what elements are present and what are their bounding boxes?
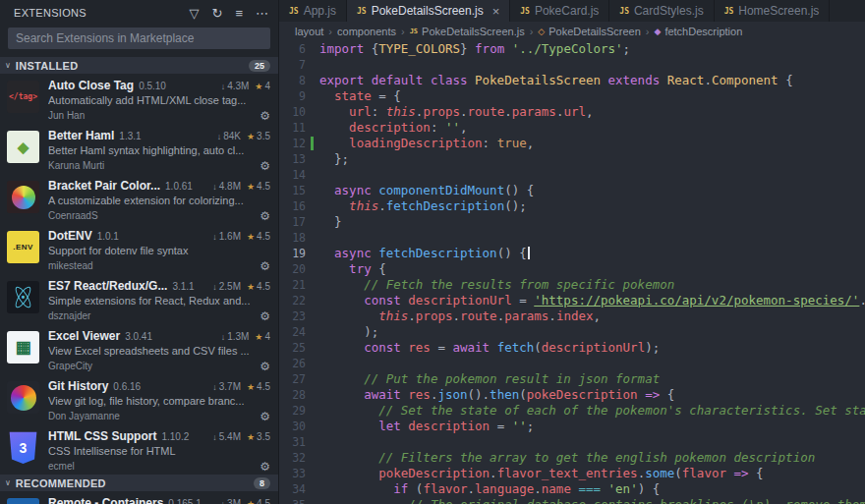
section-header-installed[interactable]: ∨INSTALLED25	[0, 57, 278, 74]
extension-item[interactable]: .ENVDotENV1.0.1↓1.6M★4.5Support for dote…	[0, 224, 278, 274]
extension-version: 0.5.10	[139, 80, 166, 92]
extension-name: DotENV	[48, 229, 92, 243]
gear-icon[interactable]: ⚙	[260, 461, 270, 473]
gear-icon[interactable]: ⚙	[260, 160, 270, 172]
code-text: }	[319, 214, 342, 230]
chevron-down-icon: ∨	[5, 478, 11, 487]
js-file-icon: JS	[619, 7, 629, 16]
breadcrumb-item[interactable]: ◇PokeDetailsScreen	[538, 26, 640, 37]
tab-cardstyles-js[interactable]: JSCardStyles.js	[609, 0, 714, 22]
line-number: 18	[279, 230, 306, 246]
download-count: 1.6M	[219, 230, 241, 243]
git-gutter	[311, 482, 314, 496]
code-line: 24 );	[279, 324, 865, 340]
tab-app-js[interactable]: JSApp.js	[279, 0, 347, 22]
class-symbol-icon: ◇	[538, 27, 545, 36]
panel-title: EXTENSIONS	[14, 7, 86, 19]
rating-value: 4	[264, 330, 270, 343]
clear-search-icon[interactable]: ≡	[235, 7, 243, 20]
code-text: export default class PokeDetailsScreen e…	[319, 73, 793, 88]
code-line: 7	[279, 57, 865, 73]
line-number: 30	[279, 419, 306, 434]
git-gutter	[311, 199, 314, 213]
extension-item[interactable]: ◆Better Haml1.3.1↓84K★3.5Better Haml syn…	[0, 124, 278, 174]
code-text: this.fetchDescription();	[319, 198, 527, 214]
tab-pokedetailsscreen-js[interactable]: JSPokeDetailsScreen.js×	[347, 0, 510, 22]
extension-author: dsznajder	[48, 309, 90, 322]
line-number: 11	[279, 120, 306, 136]
breadcrumb-item[interactable]: JSPokeDetailsScreen.js	[410, 26, 525, 37]
gear-icon[interactable]: ⚙	[260, 260, 270, 272]
breadcrumb-item[interactable]: layout	[295, 26, 323, 37]
line-number: 34	[279, 481, 306, 497]
extension-icon	[7, 181, 39, 213]
extension-version: 0.6.16	[113, 380, 141, 393]
code-area[interactable]: 6import {TYPE_COLORS} from '../TypeColor…	[279, 41, 865, 504]
code-line: 31	[279, 434, 865, 450]
gear-icon[interactable]: ⚙	[260, 361, 270, 372]
extension-item[interactable]: Git History0.6.16↓3.7M★4.5View git log, …	[0, 374, 278, 424]
close-icon[interactable]: ×	[492, 4, 500, 19]
download-count-icon: ↓	[212, 280, 217, 293]
git-gutter	[311, 121, 314, 135]
section-header-recommended[interactable]: ∨RECOMMENDED8	[0, 475, 278, 491]
star-rating-icon: ★	[247, 230, 255, 243]
gear-icon[interactable]: ⚙	[260, 210, 270, 222]
gear-icon[interactable]: ⚙	[260, 110, 270, 122]
code-line: 6import {TYPE_COLORS} from '../TypeColor…	[279, 41, 865, 57]
code-line: 16 this.fetchDescription();	[279, 198, 865, 214]
section-label: RECOMMENDED	[16, 477, 106, 489]
extension-item[interactable]: •ES7 React/Redux/G...3.1.1↓2.5M★4.5Simpl…	[0, 274, 278, 324]
gear-icon[interactable]: ⚙	[260, 411, 270, 422]
extension-item[interactable]: ▦Excel Viewer3.0.41↓1.3M★4View Excel spr…	[0, 324, 278, 374]
download-count: 5.4M	[219, 430, 241, 443]
refresh-icon[interactable]: ↻	[212, 7, 223, 20]
text-cursor	[528, 247, 530, 259]
breadcrumb-item[interactable]: ◆fetchDescription	[654, 26, 742, 37]
download-count-icon: ↓	[212, 180, 217, 193]
code-text: // Put the pokemon result in json format	[319, 371, 660, 387]
tab-homescreen-js[interactable]: JSHomeScreen.js	[715, 0, 831, 22]
extension-item[interactable]: </tag>Auto Close Tag0.5.10↓4.3M★4Automat…	[0, 74, 278, 124]
line-number: 22	[279, 293, 306, 308]
git-gutter	[311, 498, 314, 504]
code-line: 27 // Put the pokemon result in json for…	[279, 371, 865, 387]
extension-description: View Excel spreadsheets and CSV files ..…	[48, 345, 270, 358]
extension-icon: ▦	[7, 331, 39, 364]
code-line: 33 pokeDescription.flavor_text_entries.s…	[279, 466, 865, 481]
extension-description: Better Haml syntax highlighting, auto cl…	[48, 144, 270, 157]
code-text: state = {	[319, 88, 401, 104]
js-file-icon: JS	[520, 7, 530, 16]
star-rating-icon: ★	[247, 130, 255, 142]
filter-icon[interactable]: ▽	[190, 7, 200, 20]
extension-item[interactable]: Bracket Pair Color...1.0.61↓4.8M★4.5A cu…	[0, 174, 278, 224]
gear-icon[interactable]: ⚙	[260, 310, 270, 322]
git-gutter	[311, 262, 314, 276]
extension-item[interactable]: 3HTML CSS Support1.10.2↓5.4M★3.5CSS Inte…	[0, 424, 278, 475]
git-gutter	[311, 184, 314, 197]
code-line: 9 state = {	[279, 88, 865, 104]
vscode-window: EXTENSIONS ▽↻≡⋯ ∨INSTALLED25</tag>Auto C…	[0, 0, 865, 504]
extension-name: ES7 React/Redux/G...	[48, 279, 167, 293]
extension-item[interactable]: ><Remote - Containers0.165.1↓3M★4.5	[0, 491, 278, 504]
code-text: };	[319, 151, 349, 167]
code-text: description: '',	[319, 120, 468, 136]
search-input[interactable]	[8, 28, 270, 49]
extension-version: 1.0.1	[97, 230, 119, 243]
download-count-icon: ↓	[221, 80, 226, 92]
extension-version: 1.3.1	[119, 130, 141, 142]
git-gutter	[311, 215, 314, 229]
star-rating-icon: ★	[255, 330, 262, 343]
code-text: // Set the state of each of the pokemon'…	[319, 403, 865, 419]
git-gutter	[311, 372, 314, 386]
git-gutter	[311, 435, 314, 449]
star-rating-icon: ★	[247, 497, 255, 504]
more-actions-icon[interactable]: ⋯	[256, 7, 268, 20]
tab-pokecard-js[interactable]: JSPokeCard.js	[510, 0, 609, 22]
rating-value: 3.5	[257, 130, 270, 142]
git-gutter	[311, 105, 314, 119]
breadcrumb-item[interactable]: components	[337, 26, 396, 37]
download-count-icon: ↓	[221, 330, 226, 343]
extensions-panel-header: EXTENSIONS ▽↻≡⋯	[0, 0, 278, 26]
editor-pane: JSApp.jsJSPokeDetailsScreen.js×JSPokeCar…	[278, 0, 865, 504]
